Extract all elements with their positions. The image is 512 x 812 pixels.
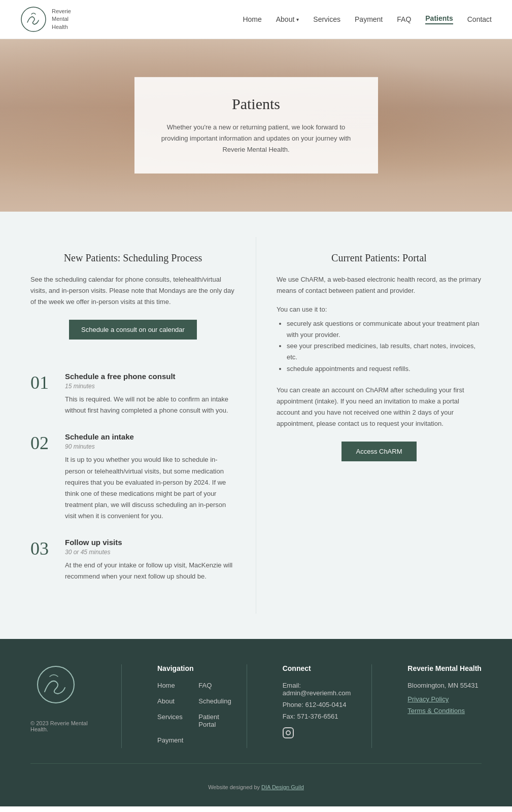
footer-terms-link[interactable]: Terms & Conditions — [407, 707, 482, 715]
new-patients-panel: New Patients: Scheduling Process See the… — [15, 237, 256, 614]
logo-text: Reverie Mental Health — [52, 8, 71, 31]
step-3-title: Follow up visits — [65, 538, 235, 547]
step-2-title: Schedule an intake — [65, 432, 235, 441]
nav-payment[interactable]: Payment — [355, 15, 383, 23]
footer-designer-text: Website designed by DIA Design Guild — [208, 784, 304, 790]
nav-faq[interactable]: FAQ — [397, 15, 411, 23]
footer-nav-title: Navigation — [157, 664, 231, 672]
instagram-icon[interactable] — [283, 727, 294, 738]
footer-phone: Phone: 612-405-0414 — [283, 701, 357, 708]
footer-nav-faq[interactable]: FAQ — [198, 682, 231, 689]
step-3-desc: At the end of your intake or follow up v… — [65, 560, 235, 582]
step-1-number: 01 — [30, 372, 56, 416]
svg-point-0 — [21, 7, 46, 31]
current-patients-panel: Current Patients: Portal We use ChARM, a… — [256, 237, 497, 614]
step-2-number: 02 — [30, 432, 56, 522]
instagram-inner — [286, 730, 291, 735]
footer-nav-scheduling[interactable]: Scheduling — [198, 697, 231, 705]
charm-note: You can create an account on ChARM after… — [277, 385, 482, 429]
footer-nav-home[interactable]: Home — [157, 682, 188, 689]
current-patients-title: Current Patients: Portal — [277, 252, 482, 264]
footer-privacy-policy-link[interactable]: Privacy Policy — [407, 695, 482, 703]
hero-section: Patients Whether you're a new or returni… — [0, 39, 512, 212]
footer-copyright: © 2023 Reverie Mental Health. — [30, 720, 106, 732]
step-1: 01 Schedule a free phone consult 15 minu… — [30, 372, 235, 416]
new-patients-title: New Patients: Scheduling Process — [30, 252, 235, 264]
step-3-number: 03 — [30, 538, 56, 582]
footer-nav-about[interactable]: About — [157, 697, 188, 705]
footer-fax: Fax: 571-376-6561 — [283, 713, 357, 720]
access-charm-wrapper: Access ChARM — [277, 442, 482, 461]
logo[interactable]: Reverie Mental Health — [20, 6, 71, 32]
step-3: 03 Follow up visits 30 or 45 minutes At … — [30, 538, 235, 582]
step-1-duration: 15 minutes — [65, 383, 235, 390]
step-2-content: Schedule an intake 90 minutes It is up t… — [65, 432, 235, 522]
schedule-consult-button[interactable]: Schedule a consult on our calendar — [69, 320, 197, 340]
footer-designer-link[interactable]: DIA Design Guild — [261, 784, 304, 790]
step-3-content: Follow up visits 30 or 45 minutes At the… — [65, 538, 235, 582]
footer-connect-title: Connect — [283, 664, 357, 672]
footer-nav-col: Navigation Home FAQ About Scheduling Ser… — [142, 664, 247, 748]
charm-use-list: securely ask questions or communicate ab… — [277, 318, 482, 374]
nav-links: Home About ▾ Services Payment FAQ Patien… — [243, 14, 492, 24]
logo-icon — [20, 6, 47, 32]
access-charm-button[interactable]: Access ChARM — [342, 442, 416, 461]
page-title: Patients — [159, 95, 354, 113]
step-1-title: Schedule a free phone consult — [65, 372, 235, 381]
footer-company-col: Reverie Mental Health Bloomington, MN 55… — [392, 664, 482, 748]
charm-use-item-1: securely ask questions or communicate ab… — [287, 318, 482, 341]
footer-company-title: Reverie Mental Health — [407, 664, 482, 672]
main-content: New Patients: Scheduling Process See the… — [0, 212, 512, 639]
navbar: Reverie Mental Health Home About ▾ Servi… — [0, 0, 512, 39]
footer-nav-grid: Home FAQ About Scheduling Services Patie… — [157, 682, 231, 748]
step-1-desc: This is required. We will not be able to… — [65, 394, 235, 416]
footer-logo-icon — [30, 664, 81, 705]
footer-nav-payment[interactable]: Payment — [157, 736, 188, 744]
footer-email: Email: admin@reveriemh.com — [283, 682, 357, 697]
nav-services[interactable]: Services — [313, 15, 340, 23]
nav-patients[interactable]: Patients — [425, 14, 453, 24]
step-3-duration: 30 or 45 minutes — [65, 549, 235, 556]
nav-contact[interactable]: Contact — [467, 15, 492, 23]
charm-use-label: You can use it to: — [277, 306, 482, 313]
nav-about[interactable]: About ▾ — [276, 15, 299, 23]
footer-top: © 2023 Reverie Mental Health. Navigation… — [30, 664, 482, 764]
chevron-down-icon: ▾ — [296, 17, 299, 22]
hero-overlay: Patients Whether you're a new or returni… — [134, 77, 378, 174]
footer-address: Bloomington, MN 55431 — [407, 682, 482, 689]
footer-nav-patient-portal[interactable]: Patient Portal — [198, 713, 231, 728]
new-patients-intro: See the scheduling calendar for phone co… — [30, 274, 235, 308]
step-2: 02 Schedule an intake 90 minutes It is u… — [30, 432, 235, 522]
svg-point-1 — [38, 666, 74, 703]
charm-intro: We use ChARM, a web-based electronic hea… — [277, 274, 482, 296]
charm-use-item-3: schedule appointments and request refill… — [287, 363, 482, 375]
step-2-duration: 90 minutes — [65, 443, 235, 450]
charm-use-item-2: see your prescribed medicines, lab resul… — [287, 341, 482, 363]
footer-connect-col: Connect Email: admin@reveriemh.com Phone… — [267, 664, 372, 748]
footer-bottom: Website designed by DIA Design Guild — [30, 774, 482, 791]
footer: © 2023 Reverie Mental Health. Navigation… — [0, 639, 512, 806]
footer-logo-col: © 2023 Reverie Mental Health. — [30, 664, 122, 748]
hero-subtitle: Whether you're a new or returning patien… — [159, 122, 354, 155]
step-2-desc: It is up to you whether you would like t… — [65, 454, 235, 522]
footer-nav-services[interactable]: Services — [157, 713, 188, 728]
nav-home[interactable]: Home — [243, 15, 261, 23]
step-1-content: Schedule a free phone consult 15 minutes… — [65, 372, 235, 416]
